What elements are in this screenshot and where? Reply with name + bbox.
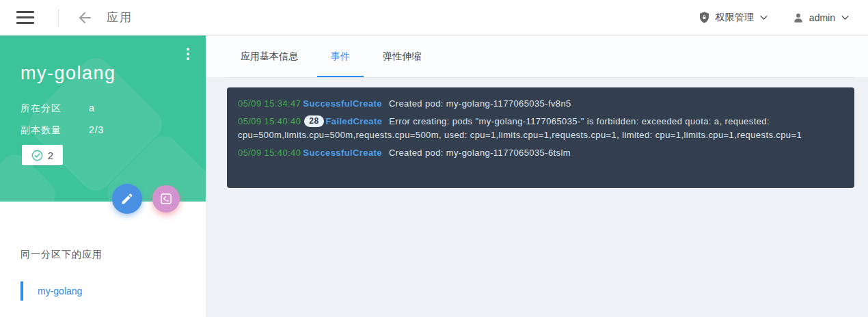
- pencil-icon: [120, 192, 134, 206]
- tab-divider: [227, 77, 854, 78]
- console-button[interactable]: [152, 185, 180, 212]
- ready-pods-badge: 2: [22, 145, 63, 165]
- partition-value: a: [89, 102, 95, 113]
- back-arrow-icon: [77, 10, 93, 26]
- related-app-item[interactable]: my-golang: [21, 281, 82, 301]
- event-row: 05/09 15:40:40SuccessfulCreateCreated po…: [238, 146, 843, 160]
- back-button[interactable]: [77, 10, 93, 26]
- card-more-menu-icon[interactable]: [184, 45, 192, 63]
- partition-field: 所在分区 a: [21, 102, 95, 115]
- related-apps-title: 同一分区下的应用: [21, 249, 103, 261]
- replicas-value: 2/3: [89, 124, 104, 135]
- app-name: my-golang: [21, 63, 116, 84]
- event-row: 05/09 15:34:47SuccessfulCreateCreated po…: [238, 97, 843, 111]
- tab-auto-scaling[interactable]: 弹性伸缩: [369, 36, 435, 77]
- user-menu[interactable]: admin: [792, 12, 850, 24]
- card-decoration: [0, 36, 206, 202]
- chevron-down-icon: [759, 12, 769, 23]
- app-summary-card: my-golang 所在分区 a 副本数量 2/3 2: [0, 36, 206, 202]
- event-count-badge: 28: [304, 115, 323, 127]
- tab-strip: 应用基本信息 事件 弹性伸缩: [206, 36, 868, 77]
- terminal-icon: [159, 192, 173, 206]
- sidebar: my-golang 所在分区 a 副本数量 2/3 2: [0, 36, 206, 317]
- event-time: 05/09 15:34:47: [238, 98, 301, 109]
- replicas-field: 副本数量 2/3: [21, 124, 104, 137]
- event-message: Created pod: my-golang-1177065035-fv8n5: [389, 98, 571, 109]
- ready-pods-count: 2: [48, 150, 53, 161]
- event-time: 05/09 15:40:40: [238, 148, 301, 158]
- event-row: 05/09 15:40:4028FailedCreateError creati…: [238, 115, 843, 142]
- check-circle-icon: [31, 150, 43, 161]
- tab-app-basic-info[interactable]: 应用基本信息: [227, 36, 312, 77]
- tab-events[interactable]: 事件: [317, 36, 364, 77]
- related-app-label: my-golang: [38, 286, 82, 297]
- shield-lock-icon: [698, 11, 711, 24]
- edit-app-button[interactable]: [112, 184, 142, 214]
- partition-label: 所在分区: [21, 102, 85, 115]
- event-message: Created pod: my-golang-1177065035-6tslm: [389, 148, 571, 158]
- event-type: SuccessfulCreate: [303, 98, 382, 109]
- user-menu-label: admin: [809, 12, 835, 23]
- event-type: FailedCreate: [326, 116, 383, 126]
- permission-menu-label: 权限管理: [716, 12, 754, 24]
- topbar-divider: [58, 9, 59, 27]
- event-type: SuccessfulCreate: [303, 148, 382, 158]
- user-icon: [792, 12, 804, 24]
- events-log-panel: 05/09 15:34:47SuccessfulCreateCreated po…: [227, 87, 854, 188]
- chevron-down-icon: [840, 12, 850, 23]
- top-bar: 应用 权限管理 admin: [0, 0, 868, 36]
- page-title: 应用: [107, 10, 133, 25]
- replicas-label: 副本数量: [21, 124, 85, 137]
- menu-icon[interactable]: [16, 11, 34, 24]
- event-time: 05/09 15:40:40: [238, 116, 301, 126]
- permission-menu[interactable]: 权限管理: [698, 11, 769, 24]
- main-content: 应用基本信息 事件 弹性伸缩 05/09 15:34:47SuccessfulC…: [206, 36, 868, 317]
- active-indicator: [21, 281, 23, 301]
